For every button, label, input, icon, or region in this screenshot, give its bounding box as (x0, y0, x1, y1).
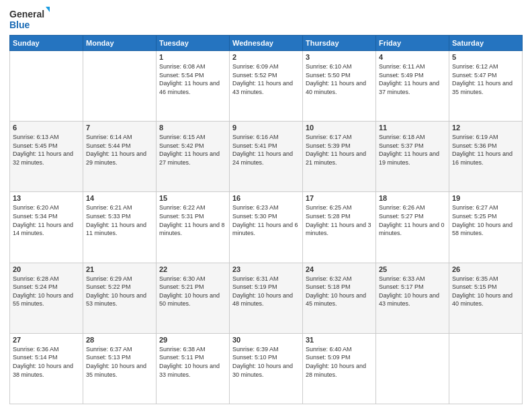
calendar-cell: 30Sunrise: 6:39 AMSunset: 5:10 PMDayligh… (230, 333, 303, 404)
calendar-cell: 29Sunrise: 6:38 AMSunset: 5:11 PMDayligh… (157, 333, 230, 404)
day-info: Sunrise: 6:18 AMSunset: 5:37 PMDaylight:… (379, 133, 446, 167)
day-number: 15 (159, 194, 226, 202)
day-info: Sunrise: 6:16 AMSunset: 5:41 PMDaylight:… (232, 133, 300, 167)
day-number: 9 (232, 124, 300, 132)
calendar-cell: 13Sunrise: 6:20 AMSunset: 5:34 PMDayligh… (10, 192, 83, 263)
day-number: 11 (379, 124, 446, 132)
day-number: 27 (13, 336, 80, 344)
day-number: 29 (159, 336, 226, 344)
calendar-week-row: 20Sunrise: 6:28 AMSunset: 5:24 PMDayligh… (10, 263, 523, 333)
calendar-cell: 12Sunrise: 6:19 AMSunset: 5:36 PMDayligh… (449, 122, 523, 192)
calendar-cell: 6Sunrise: 6:13 AMSunset: 5:45 PMDaylight… (10, 122, 83, 192)
day-number: 20 (13, 265, 80, 273)
day-number: 6 (13, 124, 80, 132)
day-info: Sunrise: 6:21 AMSunset: 5:33 PMDaylight:… (86, 203, 153, 237)
calendar: SundayMondayTuesdayWednesdayThursdayFrid… (9, 35, 523, 404)
day-info: Sunrise: 6:11 AMSunset: 5:49 PMDaylight:… (379, 62, 446, 96)
weekday-header: Friday (376, 36, 449, 51)
logo-svg: General Blue (9, 7, 50, 31)
day-info: Sunrise: 6:29 AMSunset: 5:22 PMDaylight:… (86, 275, 153, 308)
day-number: 10 (306, 124, 373, 132)
calendar-cell: 2Sunrise: 6:09 AMSunset: 5:52 PMDaylight… (230, 51, 303, 122)
day-number: 3 (306, 53, 373, 61)
day-number: 22 (159, 265, 226, 273)
calendar-cell: 1Sunrise: 6:08 AMSunset: 5:54 PMDaylight… (157, 51, 230, 122)
calendar-cell (449, 333, 523, 404)
calendar-cell (83, 51, 157, 122)
calendar-cell: 23Sunrise: 6:31 AMSunset: 5:19 PMDayligh… (230, 263, 303, 333)
header: General Blue (9, 7, 523, 31)
day-info: Sunrise: 6:17 AMSunset: 5:39 PMDaylight:… (306, 133, 373, 167)
weekday-header-row: SundayMondayTuesdayWednesdayThursdayFrid… (10, 36, 523, 51)
day-number: 1 (159, 53, 226, 61)
day-info: Sunrise: 6:32 AMSunset: 5:18 PMDaylight:… (306, 275, 373, 308)
weekday-header: Sunday (10, 36, 83, 51)
day-info: Sunrise: 6:25 AMSunset: 5:28 PMDaylight:… (306, 203, 373, 237)
weekday-header: Thursday (303, 36, 376, 51)
calendar-cell: 18Sunrise: 6:26 AMSunset: 5:27 PMDayligh… (376, 192, 449, 263)
day-info: Sunrise: 6:30 AMSunset: 5:21 PMDaylight:… (159, 275, 226, 308)
calendar-cell: 11Sunrise: 6:18 AMSunset: 5:37 PMDayligh… (376, 122, 449, 192)
calendar-cell: 21Sunrise: 6:29 AMSunset: 5:22 PMDayligh… (83, 263, 157, 333)
calendar-cell: 26Sunrise: 6:35 AMSunset: 5:15 PMDayligh… (449, 263, 523, 333)
day-info: Sunrise: 6:31 AMSunset: 5:19 PMDaylight:… (232, 275, 300, 308)
calendar-cell: 8Sunrise: 6:15 AMSunset: 5:42 PMDaylight… (157, 122, 230, 192)
calendar-week-row: 1Sunrise: 6:08 AMSunset: 5:54 PMDaylight… (10, 51, 523, 122)
day-info: Sunrise: 6:28 AMSunset: 5:24 PMDaylight:… (13, 275, 80, 308)
day-info: Sunrise: 6:14 AMSunset: 5:44 PMDaylight:… (86, 133, 153, 167)
day-info: Sunrise: 6:27 AMSunset: 5:25 PMDaylight:… (452, 203, 519, 237)
calendar-cell: 3Sunrise: 6:10 AMSunset: 5:50 PMDaylight… (303, 51, 376, 122)
day-info: Sunrise: 6:23 AMSunset: 5:30 PMDaylight:… (232, 203, 300, 237)
calendar-cell: 31Sunrise: 6:40 AMSunset: 5:09 PMDayligh… (303, 333, 376, 404)
calendar-cell: 5Sunrise: 6:12 AMSunset: 5:47 PMDaylight… (449, 51, 523, 122)
calendar-cell: 4Sunrise: 6:11 AMSunset: 5:49 PMDaylight… (376, 51, 449, 122)
day-number: 21 (86, 265, 153, 273)
logo: General Blue (9, 7, 50, 31)
day-number: 16 (232, 194, 300, 202)
day-number: 18 (379, 194, 446, 202)
day-info: Sunrise: 6:08 AMSunset: 5:54 PMDaylight:… (159, 62, 226, 96)
calendar-cell (376, 333, 449, 404)
day-number: 25 (379, 265, 446, 273)
calendar-week-row: 6Sunrise: 6:13 AMSunset: 5:45 PMDaylight… (10, 122, 523, 192)
weekday-header: Monday (83, 36, 157, 51)
day-number: 8 (159, 124, 226, 132)
calendar-cell: 20Sunrise: 6:28 AMSunset: 5:24 PMDayligh… (10, 263, 83, 333)
day-number: 12 (452, 124, 519, 132)
calendar-cell: 19Sunrise: 6:27 AMSunset: 5:25 PMDayligh… (449, 192, 523, 263)
day-number: 23 (232, 265, 300, 273)
calendar-cell: 28Sunrise: 6:37 AMSunset: 5:13 PMDayligh… (83, 333, 157, 404)
page: General Blue SundayMondayTuesdayWednesda… (0, 0, 532, 411)
day-info: Sunrise: 6:22 AMSunset: 5:31 PMDaylight:… (159, 203, 226, 237)
day-info: Sunrise: 6:39 AMSunset: 5:10 PMDaylight:… (232, 345, 300, 379)
day-info: Sunrise: 6:10 AMSunset: 5:50 PMDaylight:… (306, 62, 373, 96)
day-info: Sunrise: 6:35 AMSunset: 5:15 PMDaylight:… (452, 275, 519, 308)
day-number: 17 (306, 194, 373, 202)
svg-text:General: General (9, 9, 44, 19)
day-info: Sunrise: 6:13 AMSunset: 5:45 PMDaylight:… (13, 133, 80, 167)
calendar-cell: 7Sunrise: 6:14 AMSunset: 5:44 PMDaylight… (83, 122, 157, 192)
day-info: Sunrise: 6:09 AMSunset: 5:52 PMDaylight:… (232, 62, 300, 96)
day-number: 31 (306, 336, 373, 344)
day-number: 24 (306, 265, 373, 273)
day-number: 14 (86, 194, 153, 202)
day-number: 28 (86, 336, 153, 344)
calendar-cell: 22Sunrise: 6:30 AMSunset: 5:21 PMDayligh… (157, 263, 230, 333)
day-info: Sunrise: 6:36 AMSunset: 5:14 PMDaylight:… (13, 345, 80, 379)
day-number: 2 (232, 53, 300, 61)
calendar-cell: 14Sunrise: 6:21 AMSunset: 5:33 PMDayligh… (83, 192, 157, 263)
calendar-cell: 9Sunrise: 6:16 AMSunset: 5:41 PMDaylight… (230, 122, 303, 192)
calendar-week-row: 27Sunrise: 6:36 AMSunset: 5:14 PMDayligh… (10, 333, 523, 404)
calendar-cell: 27Sunrise: 6:36 AMSunset: 5:14 PMDayligh… (10, 333, 83, 404)
day-number: 4 (379, 53, 446, 61)
day-info: Sunrise: 6:38 AMSunset: 5:11 PMDaylight:… (159, 345, 226, 379)
calendar-cell: 17Sunrise: 6:25 AMSunset: 5:28 PMDayligh… (303, 192, 376, 263)
calendar-cell: 16Sunrise: 6:23 AMSunset: 5:30 PMDayligh… (230, 192, 303, 263)
day-number: 19 (452, 194, 519, 202)
day-number: 7 (86, 124, 153, 132)
weekday-header: Tuesday (157, 36, 230, 51)
svg-marker-2 (46, 7, 50, 12)
day-number: 5 (452, 53, 519, 61)
svg-text:Blue: Blue (9, 19, 30, 30)
day-info: Sunrise: 6:37 AMSunset: 5:13 PMDaylight:… (86, 345, 153, 379)
